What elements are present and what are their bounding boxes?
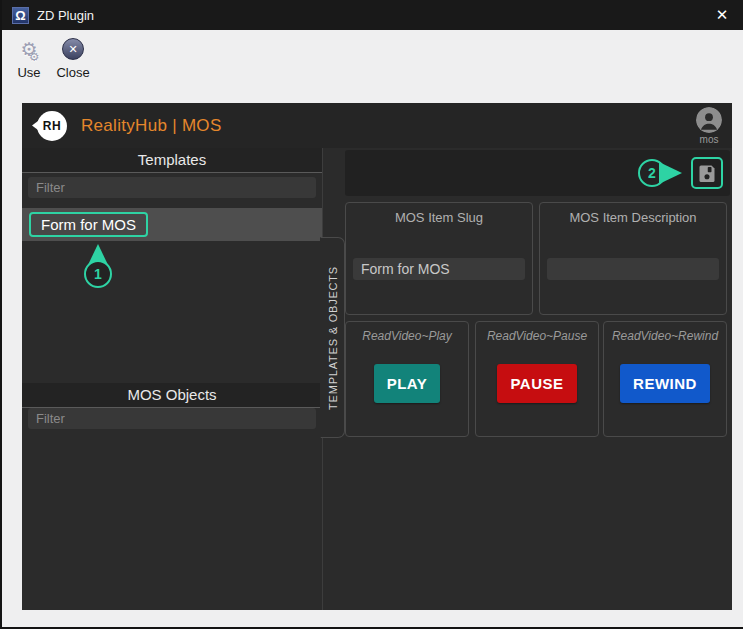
selected-template-label: Form for MOS xyxy=(29,212,148,237)
templates-section-header: Templates xyxy=(22,148,322,173)
mos-item-description-panel: MOS Item Description xyxy=(539,202,727,315)
mos-item-slug-panel: MOS Item Slug xyxy=(345,202,533,315)
readvideo-play-group-label: ReadVideo~Play xyxy=(362,329,452,343)
realityhub-panel: RH RealityHub | MOS mos Templates Form f… xyxy=(22,103,732,610)
user-avatar-icon xyxy=(696,107,722,133)
template-list-item[interactable]: Form for MOS xyxy=(22,208,322,241)
close-circle-icon: ✕ xyxy=(62,36,84,62)
mos-objects-section-header: MOS Objects xyxy=(22,383,322,408)
app-header: RH RealityHub | MOS mos xyxy=(22,103,732,148)
play-button[interactable]: PLAY xyxy=(374,364,441,403)
close-button-label: Close xyxy=(56,65,89,80)
toolbar: ⚙ ⚙ Use ✕ Close xyxy=(2,30,743,96)
page-title: RealityHub | MOS xyxy=(81,116,222,136)
mos-item-description-input[interactable] xyxy=(547,258,719,280)
user-menu[interactable]: mos xyxy=(696,107,722,145)
save-floppy-icon xyxy=(698,164,716,182)
readvideo-pause-group-label: ReadVideo~Pause xyxy=(487,329,587,343)
mos-item-description-label: MOS Item Description xyxy=(569,210,696,225)
annotation-arrow-right-icon xyxy=(659,162,682,184)
readvideo-rewind-group-label: ReadVideo~Rewind xyxy=(612,329,718,343)
save-button[interactable] xyxy=(691,157,723,189)
templates-filter-input[interactable] xyxy=(28,177,316,198)
editor-area: 2 MOS Item Slug MOS Item Description xyxy=(323,148,732,610)
plugin-window: Ω ZD Plugin ✕ ⚙ ⚙ Use ✕ Close RH Reality… xyxy=(0,0,743,629)
use-button-label: Use xyxy=(17,65,40,80)
username: mos xyxy=(700,134,719,145)
pause-button[interactable]: PAUSE xyxy=(497,364,576,403)
mos-objects-filter-input[interactable] xyxy=(28,408,316,429)
window-title: ZD Plugin xyxy=(37,8,94,23)
tab-templates-and-objects[interactable]: TEMPLATES & OBJECTS xyxy=(320,237,345,438)
titlebar: Ω ZD Plugin ✕ xyxy=(2,0,743,30)
realityhub-logo: RH xyxy=(37,111,67,141)
mos-item-slug-input[interactable] xyxy=(353,258,525,280)
left-sidebar: Templates Form for MOS 1 MOS Objects xyxy=(22,148,323,610)
annotation-marker-1: 1 xyxy=(82,244,114,288)
readvideo-pause-panel: ReadVideo~Pause PAUSE xyxy=(475,321,599,437)
rewind-button[interactable]: REWIND xyxy=(620,364,710,403)
gears-icon: ⚙ ⚙ xyxy=(20,36,37,62)
window-close-icon[interactable]: ✕ xyxy=(711,4,733,26)
close-button[interactable]: ✕ Close xyxy=(54,36,92,90)
annotation-number-1: 1 xyxy=(84,260,112,288)
mos-item-slug-label: MOS Item Slug xyxy=(395,210,483,225)
side-tab-label: TEMPLATES & OBJECTS xyxy=(327,266,339,410)
annotation-marker-2: 2 xyxy=(638,159,682,187)
editor-topbar: 2 xyxy=(345,150,730,196)
omega-app-icon: Ω xyxy=(12,7,29,24)
readvideo-play-panel: ReadVideo~Play PLAY xyxy=(345,321,469,437)
readvideo-rewind-panel: ReadVideo~Rewind REWIND xyxy=(603,321,727,437)
use-button[interactable]: ⚙ ⚙ Use xyxy=(10,36,48,90)
